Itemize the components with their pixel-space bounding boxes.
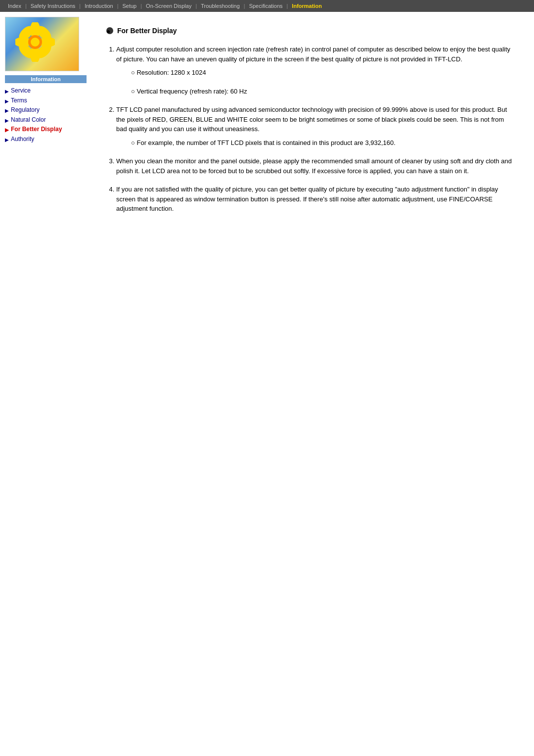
content-list-item: TFT LCD panel manufactured by using adva… [116,105,514,147]
content-list-item: If you are not satisfied with the qualit… [116,185,514,214]
content-item-text: When you clean the monitor and the panel… [116,157,512,175]
sidebar-navigation: ▶Service▶Terms▶Regulatory▶Natural Color▶… [5,87,87,143]
sidebar-item-label: Regulatory [11,106,40,114]
content-sub-list: Resolution: 1280 x 1024Vertical frequenc… [116,68,514,96]
sidebar-info-section-label: Information [5,75,87,83]
content-item-text: TFT LCD panel manufactured by using adva… [116,106,507,133]
chevron-right-icon: ▶ [5,137,9,143]
content-list: Adjust computer resolution and screen in… [106,45,514,214]
nav-item-specifications[interactable]: Specifications [245,2,287,10]
content-area: ● For Better Display Adjust computer res… [91,12,534,237]
page-title-text: For Better Display [117,27,177,35]
sidebar-item-label: Terms [11,97,27,105]
sidebar-item-label: Service [11,87,31,95]
sidebar-logo [5,17,79,71]
navigation-bar: Index|Safety Instructions|Introduction|S… [0,0,534,12]
nav-item-setup[interactable]: Setup [118,2,140,10]
sidebar-item-service[interactable]: ▶Service [5,87,87,95]
nav-item-on-screen-display[interactable]: On-Screen Display [142,2,195,10]
nav-item-information[interactable]: Information [288,2,326,10]
sidebar-item-label: Authority [11,136,34,143]
sidebar: Information ▶Service▶Terms▶Regulatory▶Na… [0,12,91,237]
content-item-text: Adjust computer resolution and screen in… [116,46,510,63]
sidebar-item-label: Natural Color [11,116,46,124]
title-bullet: ● [106,27,113,34]
sidebar-item-natural-color[interactable]: ▶Natural Color [5,116,87,124]
main-container: Information ▶Service▶Terms▶Regulatory▶Na… [0,12,534,237]
sidebar-item-label: For Better Display [11,126,62,134]
chevron-right-icon: ▶ [5,127,9,133]
sidebar-item-authority[interactable]: ▶Authority [5,136,87,143]
content-sub-item: Resolution: 1280 x 1024 [131,68,514,78]
content-item-text: If you are not satisfied with the qualit… [116,186,498,212]
nav-item-troubleshooting[interactable]: Troubleshooting [197,2,243,10]
chevron-right-icon: ▶ [5,98,9,104]
chevron-right-icon: ▶ [5,117,9,124]
sidebar-item-terms[interactable]: ▶Terms [5,97,87,105]
content-list-item: Adjust computer resolution and screen in… [116,45,514,96]
content-list-item: When you clean the monitor and the panel… [116,156,514,176]
nav-item-safety-instructions[interactable]: Safety Instructions [27,2,80,10]
nav-item-introduction[interactable]: Introduction [81,2,117,10]
sidebar-item-for-better-display[interactable]: ▶For Better Display [5,126,87,134]
content-sub-item: Vertical frequency (refresh rate): 60 Hz [131,87,514,96]
chevron-right-icon: ▶ [5,107,9,114]
page-title: ● For Better Display [106,27,514,35]
nav-item-index[interactable]: Index [4,2,25,10]
content-sub-item: For example, the number of TFT LCD pixel… [131,138,514,148]
content-sub-list: For example, the number of TFT LCD pixel… [116,138,514,148]
chevron-right-icon: ▶ [5,88,9,94]
svg-point-9 [31,38,40,47]
sidebar-item-regulatory[interactable]: ▶Regulatory [5,106,87,114]
